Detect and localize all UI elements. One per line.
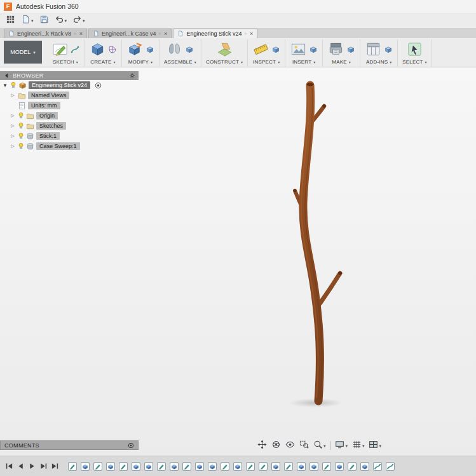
activate-radio-icon[interactable]: [95, 82, 102, 89]
browser-header[interactable]: BROWSER: [0, 71, 139, 80]
document-tab[interactable]: Engineeri...k Case v4○×: [88, 29, 172, 38]
box-small-icon[interactable]: [309, 45, 318, 54]
timeline-feature-extrude-icon[interactable]: [360, 462, 369, 471]
sketch-icon[interactable]: [51, 41, 69, 58]
box-small-icon[interactable]: [346, 45, 355, 54]
expander-icon[interactable]: ▷: [10, 123, 16, 128]
look-at-button[interactable]: [285, 440, 295, 452]
timeline-feature-sketch-icon[interactable]: [284, 462, 293, 471]
timeline-feature-sketch-icon[interactable]: [221, 462, 229, 471]
timeline-feature-extrude-icon[interactable]: [132, 462, 140, 471]
ribbon-group-label[interactable]: INSPECT▾: [253, 59, 280, 65]
ribbon-group-label[interactable]: ADD-INS▾: [366, 59, 392, 65]
browser-item[interactable]: ▷Stick:1: [0, 131, 139, 141]
undo-button[interactable]: ▾: [53, 14, 69, 27]
pan-button[interactable]: [257, 440, 267, 452]
timeline-feature-extrude-icon[interactable]: [81, 462, 90, 471]
ribbon-group-label[interactable]: INSERT▾: [292, 59, 316, 65]
timeline-feature-extrude-icon[interactable]: [208, 462, 217, 471]
ribbon-group-label[interactable]: MAKE▾: [332, 59, 351, 65]
timeline-feature-sketch-icon[interactable]: [119, 462, 128, 471]
ribbon-group-label[interactable]: CONSTRUCT▾: [206, 59, 243, 65]
comments-indicator-icon[interactable]: [128, 442, 134, 449]
browser-item[interactable]: ▷Case Sweep:1: [0, 141, 139, 151]
go-to-end-icon[interactable]: [51, 462, 59, 470]
expander-icon[interactable]: ▷: [10, 144, 16, 149]
timeline-feature-sketch-icon[interactable]: [322, 462, 331, 471]
browser-item[interactable]: ▷Named Views: [0, 90, 139, 100]
timeline-feature-sketch-icon[interactable]: [68, 462, 77, 471]
visibility-bulb-icon[interactable]: [18, 142, 24, 150]
document-tab[interactable]: Engineering Stick v24○×: [173, 29, 257, 38]
browser-item[interactable]: ▷Sketches: [0, 121, 139, 131]
timeline-feature-sketch-icon[interactable]: [348, 462, 357, 471]
visibility-bulb-icon[interactable]: [18, 132, 24, 140]
timeline-feature-extrude-icon[interactable]: [144, 462, 153, 471]
step-forward-icon[interactable]: [39, 462, 48, 470]
timeline-feature-sweep-icon[interactable]: [386, 462, 395, 471]
ribbon-group-label[interactable]: SELECT▾: [402, 59, 427, 65]
box-small-icon[interactable]: [384, 45, 393, 54]
file-button[interactable]: ▾: [20, 14, 35, 27]
comments-bar[interactable]: COMMENTS: [0, 440, 139, 450]
timeline-feature-extrude-icon[interactable]: [233, 462, 242, 471]
box-small-icon[interactable]: [271, 45, 280, 54]
addins-icon[interactable]: [365, 41, 382, 58]
timeline-feature-sketch-icon[interactable]: [157, 462, 166, 471]
orbit-button[interactable]: [271, 440, 281, 452]
box-small-icon[interactable]: [146, 45, 154, 54]
save-button[interactable]: [38, 14, 50, 27]
modify-icon[interactable]: [126, 41, 144, 58]
browser-root-row[interactable]: ▼ Engineering Stick v24: [0, 80, 139, 90]
create-icon[interactable]: [89, 41, 106, 58]
construct-icon[interactable]: [216, 41, 233, 58]
visibility-bulb-icon[interactable]: [10, 81, 17, 89]
curve-small-icon[interactable]: [71, 45, 79, 54]
play-icon[interactable]: [28, 462, 36, 470]
grid-display-button[interactable]: ▾: [352, 440, 365, 452]
expander-icon[interactable]: ▷: [10, 93, 16, 98]
timeline-feature-sketch-icon[interactable]: [259, 462, 268, 471]
redo-button[interactable]: ▾: [71, 14, 86, 27]
visibility-bulb-icon[interactable]: [18, 112, 24, 119]
timeline-feature-extrude-icon[interactable]: [170, 462, 179, 471]
grid-small-icon[interactable]: [108, 45, 117, 54]
app-grid-button[interactable]: [4, 14, 17, 27]
zoom-window-button[interactable]: [299, 440, 309, 452]
close-icon[interactable]: ×: [79, 31, 83, 37]
visibility-bulb-icon[interactable]: [18, 122, 24, 130]
expander-icon[interactable]: ▼: [2, 83, 8, 88]
display-settings-button[interactable]: ▾: [335, 440, 348, 452]
viewport-canvas[interactable]: BROWSER ▼ Engineering Stick v24 ▷Named V…: [0, 67, 476, 456]
timeline-feature-extrude-icon[interactable]: [309, 462, 318, 471]
ribbon-group-label[interactable]: CREATE▾: [90, 59, 115, 65]
ribbon-group-label[interactable]: SKETCH▾: [53, 59, 78, 65]
ribbon-group-label[interactable]: ASSEMBLE▾: [164, 59, 196, 65]
go-to-start-icon[interactable]: [5, 462, 13, 470]
ribbon-group-label[interactable]: MODIFY▾: [128, 59, 153, 65]
timeline-feature-extrude-icon[interactable]: [271, 462, 280, 471]
timeline-feature-sketch-icon[interactable]: [246, 462, 255, 471]
collapse-arrow-icon[interactable]: [3, 72, 10, 79]
timeline-feature-extrude-icon[interactable]: [297, 462, 306, 471]
make-icon[interactable]: [327, 41, 344, 58]
zoom-button[interactable]: ▾: [313, 440, 326, 452]
browser-item[interactable]: ▷Origin: [0, 111, 139, 121]
gear-icon[interactable]: [129, 72, 135, 79]
timeline-feature-extrude-icon[interactable]: [335, 462, 344, 471]
close-icon[interactable]: ×: [164, 31, 167, 37]
timeline-feature-sketch-icon[interactable]: [93, 462, 102, 471]
select-icon[interactable]: [406, 41, 423, 58]
assemble-icon[interactable]: [166, 41, 183, 58]
viewports-button[interactable]: ▾: [369, 440, 381, 452]
workspace-switcher-button[interactable]: MODEL ▾: [4, 41, 42, 64]
expander-icon[interactable]: ▷: [10, 113, 16, 118]
insert-icon[interactable]: [290, 41, 307, 58]
close-icon[interactable]: ×: [250, 31, 253, 37]
timeline-feature-sketch-icon[interactable]: [182, 462, 191, 471]
box-small-icon[interactable]: [185, 45, 194, 54]
inspect-icon[interactable]: [252, 41, 269, 58]
timeline-feature-extrude-icon[interactable]: [106, 462, 115, 471]
model-stick[interactable]: [294, 83, 342, 401]
timeline-feature-sweep-icon[interactable]: [373, 462, 382, 471]
